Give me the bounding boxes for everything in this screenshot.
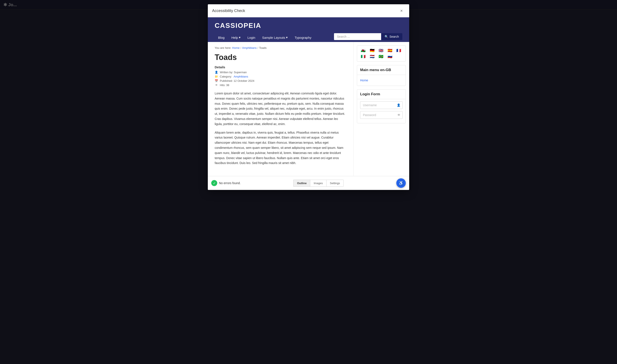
tab-outline[interactable]: Outline xyxy=(293,180,310,187)
details-section: Details 👤 Written by: Superman 📁 Categor… xyxy=(215,65,347,87)
modal-overlay: Accessibility Check × CASSIOPEIA Blog He… xyxy=(0,0,617,364)
author-text: Written by: Superman xyxy=(220,71,247,74)
author-item: 👤 Written by: Superman xyxy=(215,71,347,74)
main-menu-widget: Main menu en-GB Home xyxy=(357,65,406,86)
nav-help[interactable]: Help ▾ xyxy=(228,33,244,42)
accessibility-bar: ✓ No errors found. Outline Images Settin… xyxy=(208,176,409,190)
article-paragraph-1: Lorem ipsum dolor sit amet, consectetuer… xyxy=(215,91,347,127)
nav-search-button[interactable]: 🔍 Search xyxy=(381,33,402,40)
breadcrumb-amphibians[interactable]: Amphibians xyxy=(242,46,257,50)
modal-close-button[interactable]: × xyxy=(398,7,405,14)
accessibility-modal: Accessibility Check × CASSIOPEIA Blog He… xyxy=(208,4,409,190)
no-errors-indicator: ✓ No errors found. xyxy=(211,180,241,186)
accessibility-widget-button[interactable]: ♿ xyxy=(396,178,406,188)
hits-icon: 👁 xyxy=(215,83,218,87)
breadcrumb: You are here: Home / Amphibians / Toads xyxy=(215,46,347,50)
nav-search-input[interactable] xyxy=(334,33,381,40)
published-item: 📅 Published: 12 October 2024 xyxy=(215,79,347,82)
hits-text: Hits: 38 xyxy=(220,83,229,87)
main-nav: Blog Help ▾ Login Sample Layouts ▾ Typog… xyxy=(215,33,315,42)
nav-blog[interactable]: Blog xyxy=(215,33,228,42)
flag-germany[interactable]: 🇩🇪 xyxy=(369,48,376,53)
main-menu-body: Home xyxy=(357,75,405,86)
category-item: 📁 Category: Amphibians xyxy=(215,75,347,78)
username-icon: 👤 xyxy=(397,104,400,107)
calendar-icon: 📅 xyxy=(215,79,218,82)
nav-login[interactable]: Login xyxy=(244,33,259,42)
modal-title: Accessibility Check xyxy=(212,9,245,13)
flags-widget: 🏴󠁧󠁢󠁷󠁬󠁳󠁿 🇩🇪 🇬🇧 🇪🇸 🇫🇷 🇮🇹 🇳🇱 🇧🇷 🇷🇺 xyxy=(357,45,406,62)
article-paragraph-2: Aliquam lorem ante, dapibus in, viverra … xyxy=(215,130,347,166)
login-form-widget: Login Form 👤 👁 xyxy=(357,89,406,123)
password-eye-icon[interactable]: 👁 xyxy=(397,113,400,117)
help-dropdown-icon: ▾ xyxy=(239,36,241,39)
flag-wales[interactable]: 🏴󠁧󠁢󠁷󠁬󠁳󠁿 xyxy=(360,48,367,53)
main-content: You are here: Home / Amphibians / Toads … xyxy=(208,42,353,176)
flag-italy[interactable]: 🇮🇹 xyxy=(360,54,367,59)
login-form-body: 👤 👁 xyxy=(357,99,405,123)
author-icon: 👤 xyxy=(215,71,218,74)
nav-bar: CASSIOPEIA Blog Help ▾ Login Sample Layo… xyxy=(208,17,409,42)
content-area: You are here: Home / Amphibians / Toads … xyxy=(208,42,409,176)
tab-settings[interactable]: Settings xyxy=(326,180,344,187)
modal-header: Accessibility Check × xyxy=(208,4,409,17)
article-title: Toads xyxy=(215,53,347,62)
site-preview: CASSIOPEIA Blog Help ▾ Login Sample Layo… xyxy=(208,17,409,190)
flag-netherlands[interactable]: 🇳🇱 xyxy=(369,54,376,59)
article-body: Lorem ipsum dolor sit amet, consectetuer… xyxy=(215,91,347,166)
search-icon: 🔍 xyxy=(385,35,388,38)
breadcrumb-sep-2: / xyxy=(257,46,258,50)
breadcrumb-home[interactable]: Home xyxy=(232,46,240,50)
main-menu-title: Main menu en-GB xyxy=(357,65,405,75)
accessibility-icon: ♿ xyxy=(398,181,404,186)
you-are-here-label: You are here: xyxy=(215,46,231,50)
flag-uk[interactable]: 🇬🇧 xyxy=(377,48,384,53)
breadcrumb-sep-1: / xyxy=(240,46,241,50)
breadcrumb-current: Toads xyxy=(259,46,267,50)
tab-buttons: Outline Images Settings xyxy=(293,180,343,187)
tab-images[interactable]: Images xyxy=(310,180,326,187)
username-input[interactable] xyxy=(360,101,402,109)
flag-france[interactable]: 🇫🇷 xyxy=(395,48,402,53)
flag-russia[interactable]: 🇷🇺 xyxy=(387,54,393,59)
check-icon: ✓ xyxy=(211,180,217,186)
category-link[interactable]: Amphibians xyxy=(233,75,248,78)
sidebar: 🏴󠁧󠁢󠁷󠁬󠁳󠁿 🇩🇪 🇬🇧 🇪🇸 🇫🇷 🇮🇹 🇳🇱 🇧🇷 🇷🇺 Mai xyxy=(353,42,409,176)
category-icon: 📁 xyxy=(215,75,218,78)
nav-typography[interactable]: Typography xyxy=(291,33,315,42)
no-errors-text: No errors found. xyxy=(219,181,241,185)
category-label: Category: xyxy=(220,75,232,78)
details-heading: Details xyxy=(215,65,347,69)
flag-brazil[interactable]: 🇧🇷 xyxy=(377,54,384,59)
menu-item-home: Home xyxy=(360,77,402,83)
username-wrap: 👤 xyxy=(360,101,402,109)
menu-link-home[interactable]: Home xyxy=(360,78,368,82)
published-text: Published: 12 October 2024 xyxy=(220,79,254,82)
site-logo: CASSIOPEIA xyxy=(215,22,402,29)
password-input[interactable] xyxy=(360,111,402,119)
flag-spain[interactable]: 🇪🇸 xyxy=(387,48,393,53)
sample-layouts-dropdown-icon: ▾ xyxy=(286,36,288,39)
nav-sample-layouts[interactable]: Sample Layouts ▾ xyxy=(259,33,291,42)
nav-search-area: 🔍 Search xyxy=(334,33,402,42)
hits-item: 👁 Hits: 38 xyxy=(215,83,347,87)
password-wrap: 👁 xyxy=(360,111,402,119)
login-form-title: Login Form xyxy=(357,90,405,99)
